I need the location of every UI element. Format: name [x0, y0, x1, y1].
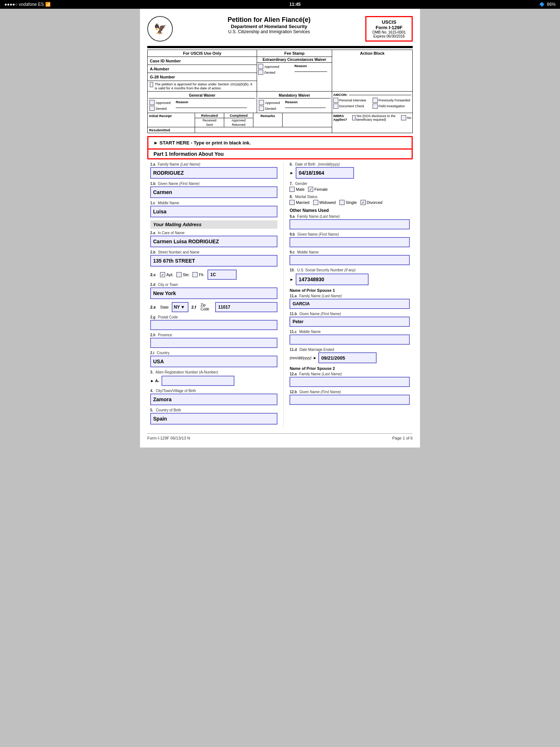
- field-invest-checkbox[interactable]: [373, 104, 378, 109]
- widowed-checkbox[interactable]: [313, 200, 318, 205]
- prior-spouse1-header: Name of Prior Spouse 1: [289, 288, 410, 293]
- circ-waiver-content: Approved Denied Reason: [257, 63, 332, 76]
- single-checkbox-label: Single: [339, 200, 357, 205]
- prior1-middle-name-input[interactable]: [289, 334, 410, 345]
- other-given-name-input[interactable]: [289, 237, 410, 247]
- doc-check-row: Document Check: [333, 104, 372, 109]
- prior2-given-name-input[interactable]: [289, 395, 410, 405]
- prior1-given-name-input[interactable]: [289, 317, 410, 327]
- imbra-yes-checkbox[interactable]: [352, 115, 355, 120]
- uscis-use-only-header: For USCIS Use Only: [148, 50, 257, 57]
- postal-code-input[interactable]: [150, 320, 277, 330]
- birth-country-input[interactable]: [150, 413, 277, 425]
- action-block-header: Action Block: [332, 50, 412, 57]
- returned-label: Returned: [224, 123, 253, 127]
- birth-city-input[interactable]: [150, 394, 277, 405]
- marriage-ended-input[interactable]: [318, 352, 377, 363]
- gen-waiver-content: Approved Denied Reason: [149, 99, 256, 112]
- country-input[interactable]: [150, 356, 277, 367]
- prev-forwarded-checkbox[interactable]: [373, 98, 378, 103]
- received-label: Received: [195, 118, 224, 123]
- married-checkbox[interactable]: [289, 200, 295, 205]
- flr-checkbox[interactable]: [192, 272, 198, 277]
- prior2-family-name-input[interactable]: [289, 377, 410, 387]
- relocated-header: Relocated: [195, 113, 224, 118]
- personal-interview-checkbox[interactable]: [333, 98, 338, 103]
- time-display: 11:45: [289, 2, 301, 7]
- field-11a: 11.a Family Name (Last Name): [289, 294, 410, 309]
- field-1a-label: 1.a Family Name (Last Name): [150, 162, 277, 166]
- fee-stamp-col: Fee Stamp Extraordinary Circumstances Wa…: [257, 50, 332, 91]
- given-name-input[interactable]: [150, 186, 277, 198]
- uscis-fields: Case ID Number A-Number G-28 Number The …: [148, 57, 257, 91]
- family-name-input[interactable]: [150, 167, 277, 179]
- completed-header: Completed: [224, 113, 253, 118]
- other-family-name-input[interactable]: [289, 219, 410, 229]
- field-1b-label: 1.b Given Name (First Name): [150, 182, 277, 186]
- province-input[interactable]: [150, 338, 277, 348]
- other-middle-name-input[interactable]: [289, 255, 410, 265]
- admin-section: For USCIS Use Only Case ID Number A-Numb…: [147, 50, 413, 133]
- form-right-col: 6. Date of Birth (mm/dd/yyyy) ► 7. Gende…: [284, 162, 413, 427]
- city-input[interactable]: [150, 287, 277, 299]
- gen-waiver-title: General Waiver: [149, 93, 256, 98]
- ste-checkbox[interactable]: [176, 272, 182, 277]
- apt-value-input[interactable]: [207, 270, 237, 280]
- gen-denied-checkbox[interactable]: [149, 106, 155, 111]
- circ-denied-checkbox[interactable]: [258, 70, 263, 75]
- field-5-label: 5. Country of Birth: [150, 408, 277, 412]
- field-2i-label: 2.i Country: [150, 351, 277, 355]
- gen-approved-checkbox[interactable]: [149, 100, 155, 105]
- doc-check-checkbox[interactable]: [333, 104, 338, 109]
- divorced-checkbox[interactable]: [361, 200, 366, 205]
- mand-approved-denied: Approved Denied: [259, 100, 284, 111]
- state-select[interactable]: NY ▼: [172, 302, 188, 312]
- field-11c-label: 11.c Middle Name: [289, 330, 410, 334]
- female-checkbox[interactable]: [308, 187, 313, 192]
- care-of-name-input[interactable]: [150, 236, 277, 247]
- a-number-input-row: ► A-: [150, 376, 277, 386]
- start-here-text: ► START HERE - Type or print in black in…: [153, 140, 251, 146]
- header-center: Petition for Alien Fiancé(e) Department …: [173, 16, 365, 34]
- married-checkbox-label: Married: [289, 200, 309, 205]
- ssn-input[interactable]: [296, 274, 369, 285]
- gen-reason-col: Reason: [176, 100, 255, 111]
- agency-sub: U.S. Citizenship and Immigration Service…: [180, 29, 358, 34]
- expires-date: Expires 06/30/2016: [370, 34, 408, 38]
- field-10: 10. U.S. Social Security Number (if any)…: [289, 268, 410, 285]
- circ-approved-checkbox[interactable]: [258, 64, 263, 69]
- field-2d-label: 2.d City or Town: [150, 283, 277, 287]
- status-left: ●●●●○ vodafone ES 📶: [4, 2, 51, 7]
- alien-reg-input[interactable]: [162, 376, 234, 386]
- field-2g-label: 2.g Postal Code: [150, 315, 277, 319]
- prior1-family-name-input[interactable]: [289, 299, 410, 309]
- imbra-no-checkbox[interactable]: [401, 115, 406, 120]
- circ-approved-row: Approved: [258, 64, 295, 69]
- mand-denied-checkbox[interactable]: [259, 106, 264, 111]
- zip-input[interactable]: [215, 302, 277, 312]
- middle-name-input[interactable]: [150, 206, 277, 217]
- apt-checkbox[interactable]: [160, 272, 165, 277]
- field-2g: 2.g Postal Code: [150, 315, 277, 330]
- mand-approved-checkbox[interactable]: [259, 100, 264, 105]
- field-11b-label: 11.b Given Name (First Name): [289, 312, 410, 316]
- female-checkbox-label: Female: [308, 187, 328, 192]
- street-input[interactable]: [150, 255, 277, 267]
- footer: Form I-129F 06/13/13 N Page 1 of 6: [147, 433, 413, 440]
- uscis-form: Form I-129F: [370, 25, 408, 30]
- field-12a: 12.a Family Name (Last Name): [289, 372, 410, 387]
- field-2b: 2.b Street Number and Name: [150, 250, 277, 267]
- field-1a: 1.a Family Name (Last Name): [150, 162, 277, 179]
- circ-reason-col: Reason: [295, 64, 331, 75]
- uscis-use-only-col: For USCIS Use Only Case ID Number A-Numb…: [148, 50, 257, 91]
- gen-approved-denied: Approved Denied: [149, 100, 175, 111]
- petition-checkbox[interactable]: [150, 82, 153, 87]
- circ-waiver: Extraordinary Circumstances Waiver Appro…: [257, 57, 332, 76]
- dob-input[interactable]: [296, 167, 354, 179]
- other-names-header: Other Names Used: [289, 208, 410, 213]
- completed-cell: Completed Approved Returned: [224, 113, 253, 127]
- single-checkbox[interactable]: [339, 200, 345, 205]
- field-9c: 9.c Middle Name: [289, 250, 410, 265]
- remarks-header: Remarks: [253, 113, 282, 119]
- male-checkbox[interactable]: [289, 187, 295, 192]
